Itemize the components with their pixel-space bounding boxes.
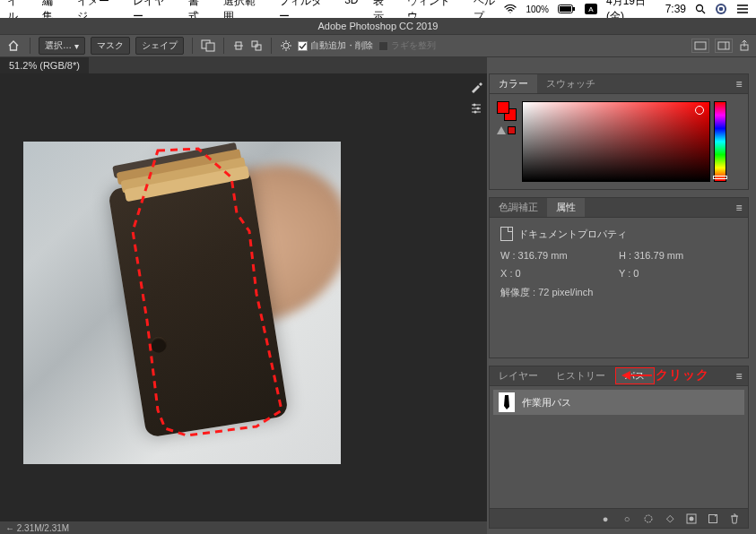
svg-text:A: A — [588, 5, 594, 13]
brush-presets-icon[interactable] — [466, 77, 486, 97]
svg-point-37 — [474, 104, 476, 107]
new-path-icon[interactable] — [707, 512, 719, 525]
prop-x: X : 0 — [500, 268, 619, 279]
properties-title: ドキュメントプロパティ — [518, 228, 627, 241]
wifi-icon[interactable] — [504, 4, 517, 13]
svg-line-24 — [282, 42, 283, 43]
prop-y: Y : 0 — [619, 268, 737, 279]
color-field[interactable] — [522, 101, 710, 182]
mask-icon[interactable] — [685, 512, 698, 525]
svg-line-6 — [702, 11, 705, 13]
mask-button[interactable]: マスク — [91, 37, 130, 55]
shape-button[interactable]: シェイプ — [135, 37, 184, 55]
load-path-selection-icon[interactable] — [642, 512, 655, 525]
tab-history[interactable]: ヒストリー — [547, 366, 614, 385]
document-icon — [500, 227, 513, 241]
screen-mode-icon[interactable] — [691, 39, 709, 53]
cc-icon[interactable] — [715, 3, 727, 15]
prop-width: W : 316.79 mm — [500, 250, 619, 261]
panel-menu-icon[interactable]: ≡ — [730, 366, 748, 385]
panel-menu-icon[interactable]: ≡ — [730, 74, 748, 93]
svg-rect-2 — [573, 7, 575, 11]
stroke-path-icon[interactable]: ○ — [621, 512, 633, 525]
arrange-icon[interactable] — [250, 39, 263, 52]
paths-panel-footer: ● ○ ◇ — [490, 508, 748, 528]
app-titlebar: Adobe Photoshop CC 2019 — [0, 18, 756, 34]
status-bar: ← 2.31M/2.31M — [0, 521, 487, 534]
share-icon[interactable] — [738, 39, 751, 52]
tab-layers[interactable]: レイヤー — [490, 366, 547, 385]
canvas-area[interactable] — [0, 73, 487, 521]
input-source-icon[interactable]: A — [585, 4, 597, 14]
document-tabs: 51.2% (RGB/8*) — [0, 57, 487, 73]
panel-menu-icon[interactable]: ≡ — [730, 198, 748, 217]
svg-rect-17 — [252, 41, 257, 47]
pathops-icon[interactable] — [201, 39, 215, 52]
svg-point-40 — [645, 515, 652, 522]
notifications-icon[interactable] — [736, 4, 749, 14]
svg-point-19 — [283, 43, 289, 48]
color-swatch-fg-bg[interactable] — [497, 101, 517, 121]
properties-panel: 色調補正 属性 ≡ ドキュメントプロパティ W : 316.79 mm H : … — [489, 197, 749, 358]
paths-panel: レイヤー ヒストリー パス ≡ 作業用パス ● ○ ◇ — [489, 366, 749, 529]
options-bar: 選択… ▾ マスク シェイプ 自動追加・削除 ラギを整列 — [0, 34, 756, 57]
battery-icon — [558, 4, 576, 13]
rubber-band-label: ラギを整列 — [391, 39, 436, 52]
svg-rect-28 — [298, 41, 307, 50]
path-item-label: 作業用パス — [522, 396, 571, 409]
document-image[interactable] — [23, 142, 341, 464]
svg-rect-31 — [718, 42, 729, 49]
search-icon[interactable] — [695, 4, 706, 14]
gear-icon[interactable] — [280, 39, 292, 52]
hue-slider[interactable] — [714, 101, 726, 182]
path-item-work-path[interactable]: 作業用パス — [493, 390, 744, 415]
foreground-color-swatch[interactable] — [497, 101, 509, 114]
battery-level: 100% — [526, 4, 549, 14]
svg-line-25 — [289, 48, 290, 49]
annotation-label: クリック — [656, 367, 709, 383]
prop-height: H : 316.79 mm — [619, 250, 737, 261]
make-work-path-icon[interactable]: ◇ — [664, 512, 676, 525]
macos-menubar: イル 編集 イメージ レイヤー 書式 選択範囲 フィルター 3D 表示 ウィンド… — [0, 0, 756, 18]
collapsed-panel-strip — [466, 73, 488, 118]
status-docsize: ← 2.31M/2.31M — [5, 523, 69, 533]
svg-line-27 — [289, 42, 290, 43]
align-icon[interactable] — [232, 39, 245, 52]
svg-rect-14 — [206, 43, 214, 51]
auto-add-delete-checkbox[interactable]: 自動追加・削除 — [298, 39, 373, 52]
svg-point-38 — [477, 108, 480, 110]
delete-path-icon[interactable] — [728, 512, 741, 525]
auto-add-delete-label: 自動追加・削除 — [310, 39, 373, 52]
svg-point-42 — [690, 516, 694, 521]
document-tab-active[interactable]: 51.2% (RGB/8*) — [0, 57, 89, 73]
annotation-click-arrow: クリック — [621, 367, 709, 383]
workspace-icon[interactable] — [715, 39, 733, 53]
brush-settings-icon[interactable] — [466, 99, 486, 118]
svg-rect-18 — [256, 45, 261, 50]
svg-rect-1 — [560, 6, 571, 12]
app-title: Adobe Photoshop CC 2019 — [318, 21, 439, 31]
path-thumbnail — [499, 392, 515, 412]
tab-properties[interactable]: 属性 — [547, 198, 585, 217]
svg-rect-30 — [695, 42, 706, 49]
tab-adjustments[interactable]: 色調補正 — [490, 198, 547, 217]
svg-point-5 — [697, 5, 703, 12]
prop-resolution: 解像度 : 72 pixel/inch — [500, 286, 737, 299]
selection-path — [23, 142, 341, 464]
home-icon[interactable] — [5, 38, 22, 54]
fill-path-icon[interactable]: ● — [599, 512, 612, 525]
warning-icon — [497, 126, 506, 134]
svg-rect-29 — [378, 41, 387, 50]
svg-point-9 — [719, 7, 724, 12]
svg-point-39 — [474, 111, 477, 114]
panel-dock: カラー スウォッチ ≡ 色調補正 属性 ≡ — [489, 73, 749, 529]
menubar-time: 7:39 — [665, 3, 686, 15]
svg-line-26 — [282, 48, 283, 49]
tab-color[interactable]: カラー — [490, 74, 537, 93]
selection-mode-button[interactable]: 選択… ▾ — [39, 37, 85, 55]
gamut-warning[interactable] — [497, 126, 517, 134]
color-panel: カラー スウォッチ ≡ — [489, 73, 749, 190]
rubber-band-checkbox: ラギを整列 — [378, 39, 436, 52]
tab-swatches[interactable]: スウォッチ — [537, 74, 604, 93]
arrow-icon — [621, 369, 652, 382]
